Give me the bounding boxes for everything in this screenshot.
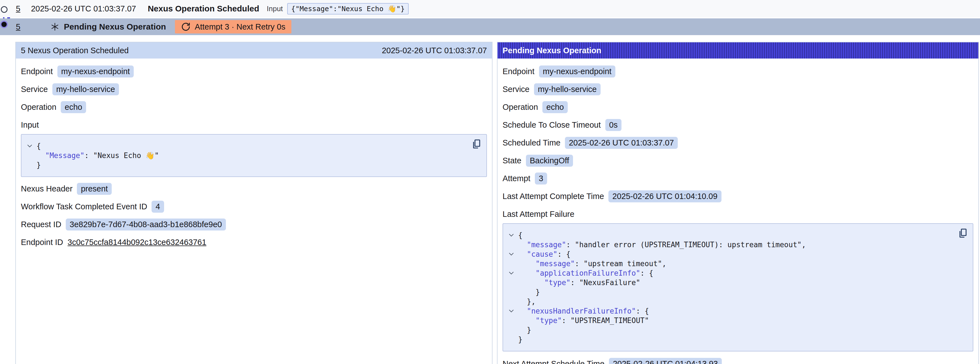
field-label: Service	[21, 85, 48, 94]
collapse-chevron-icon[interactable]	[509, 310, 514, 313]
field-label: Schedule To Close Timeout	[503, 120, 601, 129]
pending-fields: Endpoint my-nexus-endpoint Service my-he…	[503, 65, 973, 202]
field-value-badge: 2025-02-26 UTC 01:04:10.09	[608, 190, 721, 202]
field-value-badge: my-hello-service	[534, 83, 601, 95]
field-label: Nexus Header	[21, 184, 72, 193]
event-panel-timestamp: 2025-02-26 UTC 01:03:37.07	[382, 46, 487, 55]
field-value-badge: 2025-02-26 UTC 01:03:37.07	[565, 137, 678, 149]
field-value-badge: present	[77, 183, 112, 195]
field-row: Endpoint my-nexus-endpoint	[503, 65, 973, 77]
code-gutter	[508, 297, 518, 306]
event-detail-panel: 5 Nexus Operation Scheduled 2025-02-26 U…	[15, 42, 493, 364]
pending-operation-row[interactable]: 5 Pending Nexus Operation Attempt 3 · Ne…	[0, 18, 980, 35]
field-value-badge: 3	[535, 172, 547, 185]
code-gutter	[26, 160, 37, 170]
field-row: State BackingOff	[503, 155, 973, 167]
collapse-chevron-icon[interactable]	[509, 233, 514, 237]
event-panel-header: 5 Nexus Operation Scheduled 2025-02-26 U…	[16, 42, 492, 59]
field-value-badge: 0s	[605, 119, 622, 131]
code-line: "nexusHandlerFailureInfo": {	[508, 306, 953, 316]
event-id-link[interactable]: 5	[16, 4, 20, 13]
input-section-label: Input	[21, 120, 487, 129]
field-row: Service my-hello-service	[21, 83, 487, 95]
code-line: }	[26, 160, 467, 170]
copy-button[interactable]	[958, 228, 968, 240]
field-value-badge: echo	[542, 101, 568, 113]
field-value-badge: echo	[61, 101, 86, 113]
event-open-circle-icon	[1, 6, 8, 13]
collapse-chevron-icon[interactable]	[509, 271, 514, 275]
collapse-gutter[interactable]	[508, 230, 518, 240]
code-gutter	[508, 287, 518, 297]
field-label: Attempt	[503, 174, 530, 183]
code-line: "message": "upstream timeout",	[508, 259, 953, 268]
retry-badge-label: Attempt 3 · Next Retry 0s	[195, 22, 286, 32]
field-label: Workflow Task Completed Event ID	[21, 202, 147, 211]
pending-panel-title: Pending Nexus Operation	[503, 46, 601, 55]
field-label: Endpoint ID	[21, 238, 63, 247]
field-row: Schedule To Close Timeout 0s	[503, 119, 973, 131]
code-line: "type": "NexusFailure"	[508, 278, 953, 287]
event-fields-top: Endpoint my-nexus-endpoint Service my-he…	[21, 65, 487, 113]
field-row: Endpoint my-nexus-endpoint	[21, 65, 487, 77]
code-line: "Message": "Nexus Echo 👋"	[26, 151, 467, 160]
input-inline-chip[interactable]: {"Message":"Nexus Echo 👋"}	[287, 3, 408, 14]
field-row: Operation echo	[21, 101, 487, 113]
field-row: Scheduled Time 2025-02-26 UTC 01:03:37.0…	[503, 137, 973, 149]
code-gutter	[508, 316, 518, 325]
event-current-dot-icon	[2, 22, 7, 27]
code-line: "message": "handler error (UPSTREAM_TIME…	[508, 240, 953, 249]
field-label: Next Attempt Schedule Time	[503, 359, 605, 364]
pending-id-link[interactable]: 5	[16, 22, 20, 32]
collapse-gutter[interactable]	[508, 249, 518, 259]
collapse-gutter[interactable]	[26, 141, 37, 151]
field-label: Operation	[503, 102, 538, 112]
collapse-chevron-icon[interactable]	[27, 144, 32, 148]
field-label: Endpoint	[503, 67, 535, 76]
input-inline-label: Input	[267, 5, 283, 13]
field-row: Operation echo	[503, 101, 973, 113]
endpoint-id-link[interactable]: 3c0c75ccfa8144b092c13ce632463761	[68, 238, 207, 247]
collapse-gutter[interactable]	[508, 268, 518, 278]
retry-status-badge: Attempt 3 · Next Retry 0s	[175, 20, 292, 34]
field-row: Request ID 3e829b7e-7d67-4b08-aad3-b1e86…	[21, 218, 487, 230]
collapse-chevron-icon[interactable]	[509, 252, 514, 256]
code-line: {	[508, 230, 953, 240]
pending-title: Pending Nexus Operation	[64, 22, 166, 32]
code-line: "applicationFailureInfo": {	[508, 268, 953, 278]
field-value-badge: 3e829b7e-7d67-4b08-aad3-b1e868bfe9e0	[66, 219, 226, 230]
code-line: }	[508, 325, 953, 335]
code-line: },	[508, 297, 953, 306]
field-label: Last Attempt Complete Time	[503, 192, 604, 201]
code-gutter	[508, 325, 518, 335]
field-value-badge: BackingOff	[526, 155, 573, 167]
field-row: Last Attempt Complete Time 2025-02-26 UT…	[503, 190, 973, 202]
field-row: Attempt 3	[503, 172, 973, 185]
code-gutter	[26, 151, 37, 160]
event-title: Nexus Operation Scheduled	[148, 4, 259, 13]
code-line: "cause": {	[508, 249, 953, 259]
field-label: Request ID	[21, 220, 61, 229]
code-line: "type": "UPSTREAM_TIMEOUT"	[508, 316, 953, 325]
field-label: Endpoint	[21, 67, 53, 76]
asterisk-icon	[51, 22, 59, 31]
code-gutter	[508, 240, 518, 249]
event-row-scheduled[interactable]: 5 2025-02-26 UTC 01:03:37.07 Nexus Opera…	[0, 0, 980, 17]
field-row: Workflow Task Completed Event ID 4	[21, 200, 487, 213]
code-line: }	[508, 335, 953, 344]
collapse-gutter[interactable]	[508, 306, 518, 316]
field-label: Service	[503, 85, 530, 94]
code-gutter	[508, 278, 518, 287]
code-gutter	[508, 335, 518, 344]
pending-panel-header: Pending Nexus Operation	[498, 42, 978, 59]
failure-json-block: {"message": "handler error (UPSTREAM_TIM…	[503, 223, 973, 351]
copy-icon	[958, 228, 968, 239]
code-gutter	[508, 259, 518, 268]
code-line: }	[508, 287, 953, 297]
field-label: State	[503, 156, 522, 165]
field-value-badge: 4	[151, 201, 164, 213]
field-label: Scheduled Time	[503, 138, 560, 147]
event-fields-bottom: Nexus Header present Workflow Task Compl…	[21, 182, 487, 248]
copy-button[interactable]	[471, 139, 481, 150]
next-attempt-field: Next Attempt Schedule Time 2025-02-26 UT…	[503, 358, 973, 364]
